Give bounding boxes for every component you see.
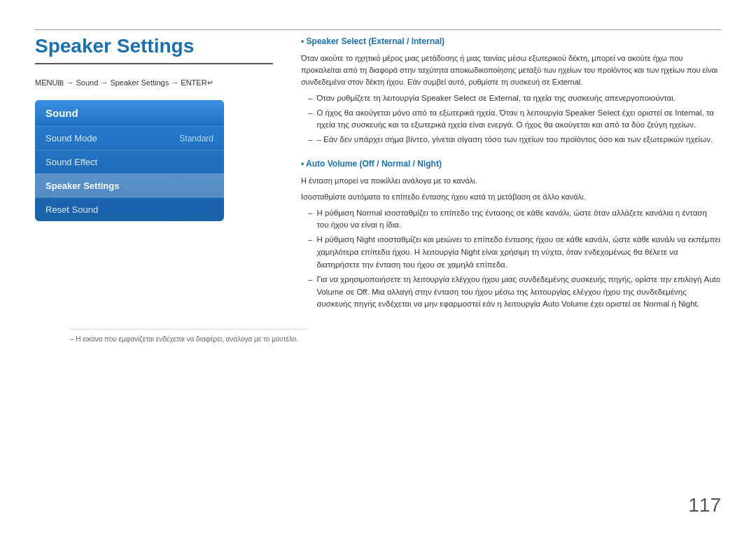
section2-sub3: – Για να χρησιμοποιήσετε τη λειτουργία ε… xyxy=(308,274,721,311)
menu-item-reset-sound[interactable]: Reset Sound xyxy=(35,197,224,221)
menu-item-label: Sound Mode xyxy=(46,133,97,143)
page-title: Speaker Settings xyxy=(35,35,273,64)
menu-item-value: Standard xyxy=(179,134,214,143)
section2-sub1: – Η ρύθμιση Normal ισοσταθμίζει το επίπε… xyxy=(308,207,721,232)
right-panel: • Speaker Select (External / Internal) Ό… xyxy=(301,35,721,322)
menu-item-sound-mode[interactable]: Sound ModeStandard xyxy=(35,126,224,150)
sub3-dash: – xyxy=(308,134,312,146)
section2-sub2: – Η ρύθμιση Night ισοσταθμίζει και μειών… xyxy=(308,234,721,271)
menu-path: MENU⊞ → Sound → Speaker Settings → ENTER… xyxy=(35,78,273,87)
section1-sub3: – – Εάν δεν υπάρχει σήμα βίντεο, γίνεται… xyxy=(308,134,721,146)
av-sub1-text: Η ρύθμιση Normal ισοσταθμίζει το επίπεδο… xyxy=(316,207,721,232)
av-sub2-dash: – xyxy=(308,234,312,271)
section1-body: Όταν ακούτε το ηχητικό μέρος μιας μετάδο… xyxy=(301,52,721,88)
sound-panel-title: Sound xyxy=(35,100,224,126)
bottom-note: – Η εικόνα που εμφανίζεται ενδέχεται να … xyxy=(70,329,308,343)
menu-item-sound-effect[interactable]: Sound Effect xyxy=(35,150,224,174)
section1-sub2: – Ο ήχος θα ακούγεται μόνο από τα εξωτερ… xyxy=(308,107,721,132)
sub1-dash: – xyxy=(308,92,312,105)
section1-label: Speaker Select (External / Internal) xyxy=(307,36,444,46)
left-panel: Speaker Settings MENU⊞ → Sound → Speaker… xyxy=(35,35,273,221)
header-divider xyxy=(35,29,721,30)
section1-sub1: – Όταν ρυθμίζετε τη λειτουργία Speaker S… xyxy=(308,92,721,105)
section2-body1: Η ένταση μπορεί να ποικίλλει ανάλογα με … xyxy=(301,175,721,187)
av-sub3-dash: – xyxy=(308,274,312,311)
section1-title: • Speaker Select (External / Internal) xyxy=(301,35,721,48)
page-number: 117 xyxy=(688,494,721,517)
menu-item-speaker-settings[interactable]: Speaker Settings xyxy=(35,174,224,197)
menu-item-label: Reset Sound xyxy=(46,204,98,215)
section-auto-volume: • Auto Volume (Off / Normal / Night) Η έ… xyxy=(301,157,721,311)
sub2-dash: – xyxy=(308,107,312,132)
section2-title: • Auto Volume (Off / Normal / Night) xyxy=(301,157,721,171)
section1-bullet: • xyxy=(301,36,307,46)
sub2-text: Ο ήχος θα ακούγεται μόνο από τα εξωτερικ… xyxy=(316,107,721,132)
av-sub3-text: Για να χρησιμοποιήσετε τη λειτουργία ελέ… xyxy=(316,274,721,311)
menu-items-container: Sound ModeStandardSound EffectSpeaker Se… xyxy=(35,126,224,221)
section-speaker-select: • Speaker Select (External / Internal) Ό… xyxy=(301,35,721,146)
sub1-text: Όταν ρυθμίζετε τη λειτουργία Speaker Sel… xyxy=(316,92,676,105)
menu-item-label: Speaker Settings xyxy=(46,181,120,191)
sub3-text: – Εάν δεν υπάρχει σήμα βίντεο, γίνεται σ… xyxy=(316,134,713,146)
av-sub2-text: Η ρύθμιση Night ισοσταθμίζει και μειώνει… xyxy=(316,234,721,271)
section2-body2: Ισοσταθμίστε αυτόματα το επίπεδο έντασης… xyxy=(301,191,721,203)
menu-item-label: Sound Effect xyxy=(46,157,97,167)
section2-label: Auto Volume (Off / Normal / Night) xyxy=(306,159,442,169)
sound-menu-panel: Sound Sound ModeStandardSound EffectSpea… xyxy=(35,100,224,221)
av-sub1-dash: – xyxy=(308,207,312,232)
